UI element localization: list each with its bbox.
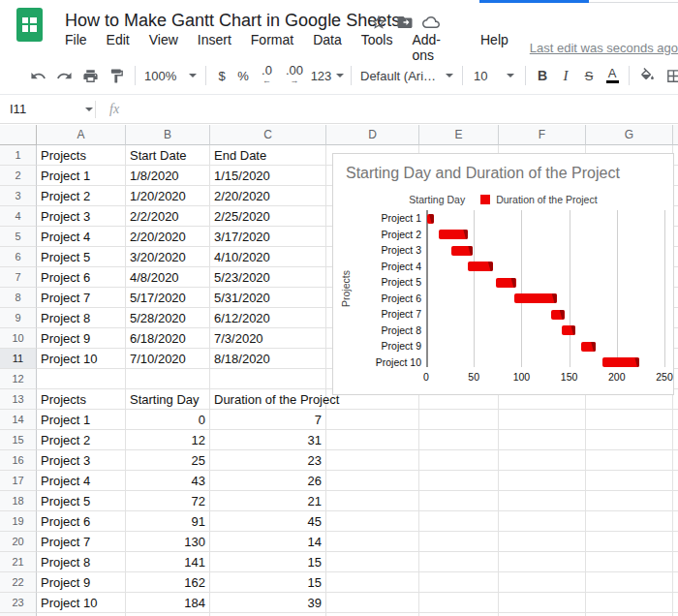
cell[interactable]: Project 2 xyxy=(37,430,126,450)
strikethrough-button[interactable]: S xyxy=(577,63,601,88)
gantt-bar-project-9[interactable] xyxy=(581,342,596,352)
cell[interactable]: Project 5 xyxy=(37,247,126,267)
cell[interactable]: 4/10/2020 xyxy=(210,247,326,267)
gantt-bar-project-7[interactable] xyxy=(551,310,565,320)
cell[interactable] xyxy=(586,410,673,430)
cell[interactable] xyxy=(586,471,673,491)
cell[interactable] xyxy=(499,491,586,511)
format-percent-button[interactable]: % xyxy=(232,63,254,88)
cell[interactable]: 15 xyxy=(210,572,326,593)
cell[interactable]: Project 9 xyxy=(37,328,126,349)
cell[interactable]: 6/12/2020 xyxy=(210,308,326,328)
cell[interactable] xyxy=(586,532,673,552)
column-header-D[interactable]: D xyxy=(326,125,419,145)
cell[interactable] xyxy=(586,593,673,613)
name-box[interactable]: I11 xyxy=(0,102,93,116)
row-header-20[interactable]: 20 xyxy=(0,532,37,552)
cell[interactable]: Project 1 xyxy=(37,166,126,186)
row-header-12[interactable]: 12 xyxy=(0,369,37,389)
cell[interactable]: 23 xyxy=(210,450,326,471)
cell[interactable]: Project 10 xyxy=(37,349,126,369)
cell[interactable] xyxy=(326,450,419,471)
gantt-bar-project-8[interactable] xyxy=(562,325,576,335)
cell[interactable]: Project 8 xyxy=(37,308,126,328)
cell[interactable]: 2/20/2020 xyxy=(126,227,210,247)
row-header-4[interactable]: 4 xyxy=(0,206,37,227)
star-icon[interactable] xyxy=(370,14,387,31)
row-header-1[interactable]: 1 xyxy=(0,145,37,166)
cloud-status-icon[interactable] xyxy=(422,14,440,31)
cell[interactable]: 5/23/2020 xyxy=(210,267,326,288)
cell[interactable]: 72 xyxy=(126,491,210,511)
cell[interactable]: Project 7 xyxy=(37,288,126,308)
cell[interactable]: Project 10 xyxy=(37,593,126,613)
column-header-B[interactable]: B xyxy=(126,125,210,145)
cell[interactable]: Project 6 xyxy=(37,267,126,288)
cell[interactable] xyxy=(419,450,499,471)
column-header-A[interactable]: A xyxy=(37,125,126,145)
column-header-F[interactable]: F xyxy=(499,125,586,145)
cell[interactable]: 5/31/2020 xyxy=(210,288,326,308)
move-to-folder-icon[interactable] xyxy=(396,14,414,31)
cell[interactable]: Project 7 xyxy=(37,532,126,552)
column-header-E[interactable]: E xyxy=(419,125,499,145)
cell[interactable]: 4/8/2020 xyxy=(126,267,210,288)
cell[interactable] xyxy=(586,491,673,511)
document-title[interactable]: How to Make Gantt Chart in Google Sheets xyxy=(65,11,400,31)
cell[interactable]: Start Date xyxy=(126,145,210,166)
cell[interactable]: Projects xyxy=(37,145,126,166)
row-header-19[interactable]: 19 xyxy=(0,511,37,532)
row-header-10[interactable]: 10 xyxy=(0,328,37,349)
cell[interactable]: 3/17/2020 xyxy=(210,227,326,247)
font-size-select[interactable]: 10 xyxy=(468,63,520,88)
row-header-16[interactable]: 16 xyxy=(0,450,37,471)
gantt-bar-project-1[interactable] xyxy=(427,214,434,224)
cell[interactable] xyxy=(499,552,586,572)
cell[interactable] xyxy=(419,552,499,572)
cell[interactable] xyxy=(419,593,499,613)
italic-button[interactable]: I xyxy=(554,63,577,88)
cell[interactable]: 6/18/2020 xyxy=(126,328,210,349)
row-header-21[interactable]: 21 xyxy=(0,552,37,572)
row-header-9[interactable]: 9 xyxy=(0,308,37,328)
cell[interactable] xyxy=(419,410,499,430)
format-currency-button[interactable]: $ xyxy=(211,63,232,88)
cell[interactable] xyxy=(419,572,499,593)
column-header-G[interactable]: G xyxy=(586,125,673,145)
cell[interactable]: Project 4 xyxy=(37,227,126,247)
cell[interactable]: 7/3/2020 xyxy=(210,328,326,349)
increase-decimal-button[interactable]: .00→ xyxy=(280,63,309,88)
cell[interactable] xyxy=(326,430,419,450)
redo-button[interactable] xyxy=(51,63,77,88)
cell[interactable]: Project 4 xyxy=(37,471,126,491)
cell[interactable]: Project 5 xyxy=(37,491,126,511)
cell[interactable]: 2/2/2020 xyxy=(126,206,210,227)
cell[interactable] xyxy=(586,511,673,532)
gantt-chart[interactable]: Starting Day and Duration of the Project… xyxy=(332,153,674,395)
cell[interactable]: 8/18/2020 xyxy=(210,349,326,369)
cell[interactable]: Project 3 xyxy=(37,450,126,471)
cell[interactable]: 26 xyxy=(210,471,326,491)
cell[interactable] xyxy=(586,552,673,572)
cell[interactable]: Project 1 xyxy=(37,410,126,430)
cell[interactable] xyxy=(586,572,673,593)
cell[interactable]: Starting Day xyxy=(126,389,210,410)
font-family-select[interactable]: Default (Ari… xyxy=(356,63,457,88)
row-header-6[interactable]: 6 xyxy=(0,247,37,267)
cell[interactable]: 43 xyxy=(126,471,210,491)
cell[interactable]: 21 xyxy=(210,491,326,511)
cell[interactable] xyxy=(419,491,499,511)
cell[interactable]: 2/25/2020 xyxy=(210,206,326,227)
cell[interactable]: 7/10/2020 xyxy=(126,349,210,369)
cell[interactable] xyxy=(326,471,419,491)
gantt-bar-project-3[interactable] xyxy=(451,246,474,256)
cell[interactable]: 141 xyxy=(126,552,210,572)
decrease-decimal-button[interactable]: .0← xyxy=(254,63,280,88)
cell[interactable] xyxy=(326,410,419,430)
cell[interactable] xyxy=(419,471,499,491)
row-header-13[interactable]: 13 xyxy=(0,389,37,410)
cell[interactable]: 1/20/2020 xyxy=(126,186,210,206)
cell[interactable]: 14 xyxy=(210,532,326,552)
cell[interactable] xyxy=(326,491,419,511)
cell[interactable]: 1/8/2020 xyxy=(126,166,210,186)
